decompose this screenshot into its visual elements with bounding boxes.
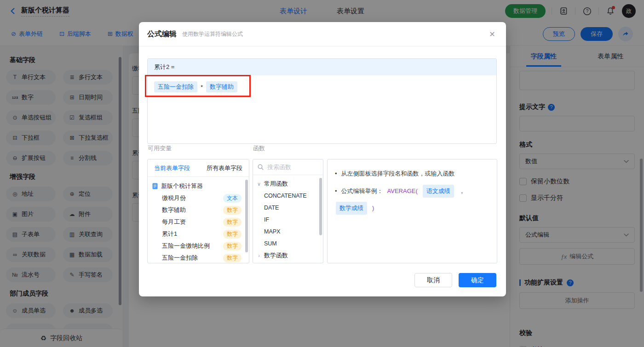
function-item[interactable]: CONCATENATE [253, 190, 323, 202]
variable-name: 每月工资 [162, 218, 186, 226]
help-line-1: • 从左侧面板选择字段名和函数，或输入函数 [335, 169, 489, 179]
function-group-3[interactable]: ›文本函数 [253, 262, 323, 263]
variables-section-label: 可用变量 [148, 144, 172, 153]
chevron-right-icon: › [257, 253, 261, 258]
search-icon [258, 164, 264, 170]
function-group-2[interactable]: ›数学函数 [253, 250, 323, 262]
variable-name: 缴税月份 [162, 194, 186, 202]
functions-tree: ∨常用函数CONCATENATEDATEIFMAPXSUM›数学函数›文本函数 [253, 175, 323, 263]
variable-row[interactable]: 缴税月份文本 [148, 192, 249, 204]
variables-tabs: 当前表单字段所有表单字段 [148, 159, 249, 177]
formula-field-token[interactable]: 五险一金扣除 [154, 81, 197, 92]
variable-row[interactable]: 每月工资数字 [148, 216, 249, 228]
form-node-label: 新版个税计算器 [161, 182, 203, 190]
modal-header: 公式编辑 使用数学运算符编辑公式 [139, 22, 506, 46]
cancel-button[interactable]: 取消 [414, 273, 452, 287]
formula-editor-box[interactable]: 累计2 = 五险一金扣除*数字辅助 [147, 58, 497, 144]
form-node[interactable]: 新版个税计算器 [148, 180, 249, 192]
function-group-label: 常用函数 [264, 180, 288, 188]
variable-name: 累计1 [162, 230, 177, 238]
formula-operator: * [201, 84, 203, 91]
formula-expression[interactable]: 五险一金扣除*数字辅助 [148, 75, 496, 98]
function-group-1[interactable]: ∨常用函数 [253, 178, 323, 190]
field-type-badge: 数字 [223, 242, 242, 250]
modal-subtitle: 使用数学运算符编辑公式 [182, 30, 243, 38]
variables-tree: 新版个税计算器 缴税月份文本数字辅助数字每月工资数字累计1数字五险一金缴纳比例数… [148, 177, 249, 263]
bullet-icon: • [335, 169, 337, 179]
function-item[interactable]: MAPX [253, 226, 323, 238]
help-line-2: • 公式编辑举例：AVERAGE(语文成绩，数学成绩) [335, 185, 489, 215]
formula-editor-modal: 公式编辑 使用数学运算符编辑公式 ✕ 累计2 = 五险一金扣除*数字辅助 可用变… [139, 22, 506, 296]
modal-title: 公式编辑 [147, 29, 177, 39]
variable-row[interactable]: 五险一金扣除数字 [148, 252, 249, 263]
functions-scrollbar[interactable] [319, 178, 322, 235]
function-group-label: 数学函数 [264, 251, 288, 260]
variables-panel: 当前表单字段所有表单字段 新版个税计算器 缴税月份文本数字辅助数字每月工资数字累… [147, 159, 249, 263]
variable-row[interactable]: 数字辅助数字 [148, 204, 249, 216]
variable-name: 数字辅助 [162, 206, 186, 214]
field-type-badge: 数字 [223, 206, 242, 215]
example-function-text: AVERAGE( [387, 186, 418, 196]
close-button[interactable]: ✕ [488, 29, 497, 39]
variables-scrollbar[interactable] [245, 180, 248, 252]
formula-field-token[interactable]: 数字辅助 [206, 81, 237, 92]
function-search-input[interactable]: 搜索函数 [253, 159, 323, 175]
example-field-pill: 语文成绩 [423, 185, 454, 198]
field-type-badge: 数字 [223, 230, 242, 239]
variables-tab-1[interactable]: 当前表单字段 [154, 164, 190, 172]
field-type-badge: 数字 [223, 254, 242, 262]
variable-row[interactable]: 五险一金缴纳比例数字 [148, 240, 249, 252]
app-root: 新版个税计算器 表单设计表单设置 数据管理 ? 政 ⊘表单外链⊡后端脚本⊞数据权… [0, 0, 644, 347]
field-type-badge: 数字 [223, 218, 242, 227]
function-item[interactable]: DATE [253, 202, 323, 214]
example-field-pill: 数学成绩 [336, 202, 367, 215]
form-doc-icon [152, 183, 158, 189]
confirm-button[interactable]: 确定 [459, 273, 496, 287]
help-line-1-text: 从左侧面板选择字段名和函数，或输入函数 [341, 169, 455, 179]
function-search-placeholder: 搜索函数 [267, 163, 291, 171]
variable-row[interactable]: 累计1数字 [148, 228, 249, 240]
variables-tab-2[interactable]: 所有表单字段 [207, 164, 242, 172]
functions-section-label: 函数 [253, 144, 265, 153]
example-function-text: ) [372, 203, 374, 213]
variable-name: 五险一金扣除 [162, 254, 198, 262]
function-item[interactable]: IF [253, 214, 323, 226]
functions-panel: 搜索函数 ∨常用函数CONCATENATEDATEIFMAPXSUM›数学函数›… [253, 159, 323, 263]
field-type-badge: 文本 [223, 194, 242, 203]
example-text: 公式编辑举例： [341, 186, 383, 196]
bullet-icon: • [335, 186, 337, 196]
chevron-down-icon: ∨ [257, 181, 261, 187]
variable-name: 五险一金缴纳比例 [162, 242, 210, 250]
formula-help-panel: • 从左侧面板选择字段名和函数，或输入函数 • 公式编辑举例：AVERAGE(语… [327, 159, 497, 263]
function-item[interactable]: SUM [253, 238, 323, 250]
example-text: ， [459, 186, 465, 196]
formula-target: 累计2 = [148, 59, 496, 75]
